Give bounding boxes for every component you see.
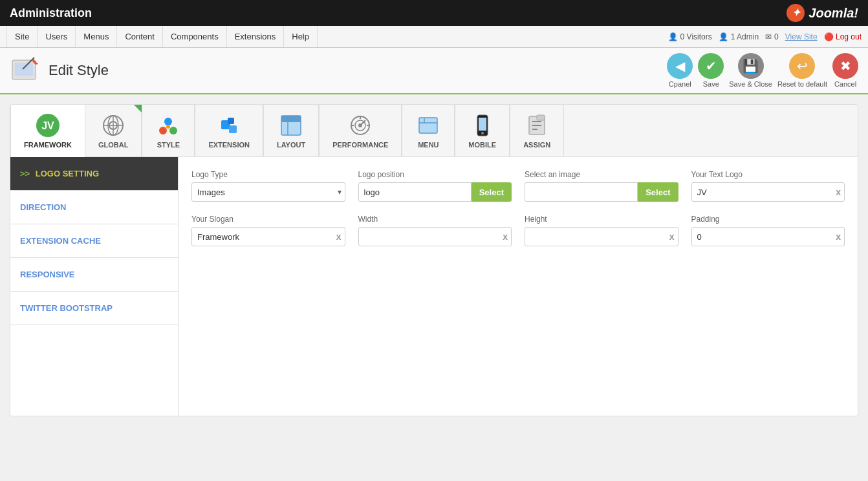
tab-extension-label: EXTENSION — [208, 141, 250, 149]
tab-mobile[interactable]: MOBILE — [455, 105, 510, 156]
tab-extension-wrapper: EXTENSION — [195, 105, 263, 156]
sidebar-item-logo[interactable]: >> LOGO SETTING — [10, 157, 178, 191]
tab-mobile-label: MOBILE — [468, 141, 496, 149]
tab-global-label: GLOBAL — [98, 141, 128, 149]
admin-info: 👤 1 Admin — [719, 32, 759, 41]
tab-framework-wrapper: JV FRAMEWORK — [10, 105, 85, 156]
nav-site[interactable]: Site — [6, 26, 38, 47]
slogan-clear-button[interactable]: x — [336, 231, 342, 242]
sidebar-item-responsive[interactable]: RESPONSIVE — [10, 258, 178, 292]
toolbar-buttons: ◀ Cpanel ✔ Save 💾 Save & Close ↩ Reset t… — [667, 53, 858, 88]
slogan-input[interactable] — [191, 227, 345, 246]
nav-help[interactable]: Help — [284, 26, 318, 47]
padding-input-wrapper: x — [691, 227, 845, 246]
width-label: Width — [358, 215, 512, 224]
tab-menu[interactable]: MENU — [402, 105, 455, 156]
view-site-link[interactable]: View Site — [785, 32, 818, 41]
logout-link[interactable]: 🔴 Log out — [824, 32, 862, 41]
tab-framework-label: FRAMEWORK — [24, 141, 72, 149]
sidebar-direction-label: DIRECTION — [20, 202, 67, 212]
tab-framework[interactable]: JV FRAMEWORK — [10, 105, 85, 157]
joomla-star-icon: ✦ — [787, 4, 805, 22]
padding-group: Padding x — [691, 215, 845, 246]
tab-style-label: STYLE — [157, 141, 180, 149]
tab-global[interactable]: GLOBAL — [85, 105, 142, 156]
cancel-button[interactable]: ✖ Cancel — [832, 53, 858, 88]
tab-style[interactable]: STYLE — [142, 105, 195, 156]
save-icon: ✔ — [706, 58, 717, 74]
tab-layout[interactable]: LAYOUT — [263, 105, 319, 156]
logo-type-select-wrapper: Images Text None ▾ — [191, 182, 345, 202]
svg-point-12 — [169, 127, 177, 134]
svg-rect-17 — [229, 125, 237, 133]
logo-position-input[interactable] — [358, 182, 472, 202]
slogan-group: Your Slogan x — [191, 215, 345, 246]
select-image-input[interactable] — [525, 182, 638, 202]
sidebar-logo-label: >> LOGO SETTING — [20, 169, 99, 178]
select-image-button[interactable]: Select — [638, 182, 678, 202]
nav-bar: Site Users Menus Content Components Exte… — [0, 26, 868, 48]
text-logo-input-wrapper: x — [691, 182, 845, 202]
sidebar-item-direction[interactable]: DIRECTION — [10, 191, 178, 224]
nav-content[interactable]: Content — [117, 26, 163, 47]
form-area: Logo Type Images Text None ▾ Logo po — [179, 157, 858, 416]
text-logo-input[interactable] — [691, 182, 845, 202]
layout-icon — [278, 112, 304, 138]
save-button[interactable]: ✔ Save — [698, 53, 724, 88]
reset-label: Reset to default — [777, 80, 827, 88]
tab-performance[interactable]: PERFORMANCE — [319, 105, 402, 156]
save-label: Save — [703, 80, 719, 88]
nav-users[interactable]: Users — [38, 26, 76, 47]
tab-layout-label: LAYOUT — [277, 141, 305, 149]
cpanel-icon: ◀ — [675, 58, 685, 74]
svg-rect-28 — [419, 118, 437, 133]
visitors-count: 0 Visitors — [680, 32, 712, 41]
logo-type-select[interactable]: Images Text None — [191, 182, 345, 202]
height-clear-button[interactable]: x — [669, 231, 675, 242]
select-image-input-wrapper: Select — [525, 182, 678, 202]
tab-layout-wrapper: LAYOUT — [263, 105, 319, 156]
main-content: JV FRAMEWORK — [0, 94, 868, 426]
padding-clear-button[interactable]: x — [836, 231, 841, 242]
logo-type-group: Logo Type Images Text None ▾ — [191, 170, 345, 202]
tab-menu-wrapper: MENU — [402, 105, 455, 156]
nav-menus[interactable]: Menus — [76, 26, 117, 47]
tab-extension[interactable]: EXTENSION — [195, 105, 263, 156]
padding-label: Padding — [691, 215, 845, 224]
extension-icon — [216, 112, 242, 138]
nav-extensions[interactable]: Extensions — [227, 26, 285, 47]
framework-icon: JV — [35, 112, 61, 138]
admin-icon: 👤 — [719, 32, 728, 41]
tab-menu-label: MENU — [418, 141, 439, 149]
padding-input[interactable] — [691, 227, 845, 246]
nav-components[interactable]: Components — [163, 26, 227, 47]
nav-links: Site Users Menus Content Components Exte… — [6, 26, 318, 47]
cancel-label: Cancel — [834, 80, 856, 88]
sidebar-item-twitter[interactable]: TWITTER BOOTSTRAP — [10, 292, 178, 325]
logout-icon: 🔴 — [824, 32, 834, 41]
svg-point-13 — [164, 118, 172, 125]
svg-rect-38 — [537, 115, 545, 120]
text-logo-label: Your Text Logo — [691, 170, 845, 179]
tab-assign[interactable]: ASSIGN — [510, 105, 564, 156]
width-clear-button[interactable]: x — [503, 231, 508, 242]
logo-position-label: Logo position — [358, 170, 512, 179]
person-icon: 👤 — [668, 32, 678, 41]
sidebar-extension-cache-label: EXTENSION CACHE — [20, 236, 101, 246]
width-input[interactable] — [358, 227, 512, 246]
cpanel-button[interactable]: ◀ Cpanel — [667, 53, 693, 88]
save-close-button[interactable]: 💾 Save & Close — [729, 53, 772, 88]
height-input[interactable] — [525, 227, 678, 246]
message-icon: ✉ — [765, 32, 772, 41]
text-logo-group: Your Text Logo x — [691, 170, 845, 202]
logo-position-select-button[interactable]: Select — [472, 182, 512, 202]
sidebar-item-extension-cache[interactable]: EXTENSION CACHE — [10, 224, 178, 258]
svg-text:JV: JV — [41, 120, 54, 131]
messages-count: 0 — [774, 32, 779, 41]
text-logo-clear-button[interactable]: x — [836, 187, 841, 197]
tab-assign-wrapper: ASSIGN — [510, 105, 564, 156]
global-badge — [134, 105, 142, 112]
content-panel: JV FRAMEWORK — [10, 104, 858, 416]
tab-assign-label: ASSIGN — [523, 141, 550, 149]
reset-button[interactable]: ↩ Reset to default — [777, 53, 827, 88]
